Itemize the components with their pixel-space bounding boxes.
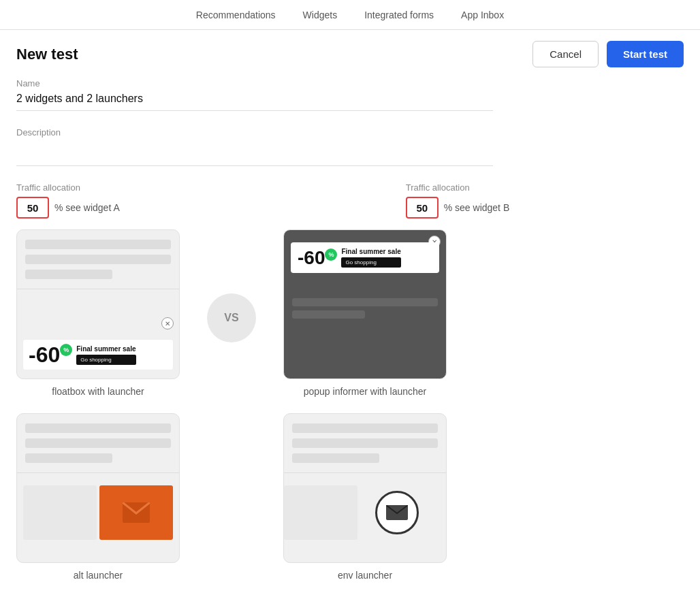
popup-title: Final summer sale xyxy=(341,248,400,255)
nav-widgets[interactable]: Widgets xyxy=(303,1,338,29)
traffic-suffix-a: % see widget A xyxy=(54,202,120,213)
popup-shop-button[interactable]: Go shopping xyxy=(341,257,400,268)
traffic-label-b: Traffic allocation xyxy=(406,182,510,193)
env-bg-bar-1 xyxy=(292,423,438,433)
description-field: Description xyxy=(16,127,684,166)
traffic-input-row-b: % see widget B xyxy=(406,197,510,219)
widget-column-left: ✕ -60 % Final summer sale Go shopping fl… xyxy=(16,229,180,586)
alt-envelope-icon xyxy=(123,502,150,523)
name-field: Name 2 widgets and 2 launchers xyxy=(16,78,684,111)
nav-app-inbox[interactable]: App Inbox xyxy=(461,1,504,29)
traffic-suffix-b: % see widget B xyxy=(444,202,510,213)
widget-card-alt-launcher[interactable]: alt launcher xyxy=(16,413,180,586)
description-label: Description xyxy=(16,127,684,138)
alt-bg-bar-1 xyxy=(25,423,171,433)
popup-bg-bar-2 xyxy=(292,310,365,319)
floatbox-close-icon[interactable]: ✕ xyxy=(161,317,174,329)
env-envelope-icon xyxy=(386,505,408,520)
alt-launcher-label: alt launcher xyxy=(16,563,180,586)
popup-informer-label: popup informer with launcher xyxy=(283,379,447,402)
popup-percent-badge: % xyxy=(325,248,337,261)
traffic-label-a: Traffic allocation xyxy=(16,182,120,193)
traffic-group-b: Traffic allocation % see widget B xyxy=(406,182,510,219)
name-value[interactable]: 2 widgets and 2 launchers xyxy=(16,93,493,111)
sale-title: Final summer sale xyxy=(76,345,136,353)
popup-modal: -60 % Final summer sale Go shopping xyxy=(291,242,439,273)
top-nav: Recommendations Widgets Integrated forms… xyxy=(0,0,700,30)
floatbox-label: floatbox with launcher xyxy=(16,379,180,402)
description-input[interactable] xyxy=(16,142,493,166)
env-bg-bar-3 xyxy=(292,453,379,463)
env-bg-bar-2 xyxy=(292,438,438,448)
bg-bar-3 xyxy=(25,270,112,279)
bg-bar-2 xyxy=(25,255,171,264)
name-label: Name xyxy=(16,78,684,88)
traffic-input-b[interactable] xyxy=(406,197,439,219)
traffic-input-row-a: % see widget A xyxy=(16,197,120,219)
env-launcher-label: env launcher xyxy=(283,563,447,586)
traffic-group-a: Traffic allocation % see widget A xyxy=(16,182,120,219)
alt-bg-bar-3 xyxy=(25,453,112,463)
traffic-allocation-row: Traffic allocation % see widget A Traffi… xyxy=(0,182,700,219)
nav-recommendations[interactable]: Recommendations xyxy=(196,1,276,29)
vs-circle: VS xyxy=(207,293,256,342)
popup-right: Final summer sale Go shopping xyxy=(341,248,400,268)
env-launcher-circle xyxy=(375,491,419,534)
sale-big-text: -60 xyxy=(29,344,60,366)
floatbox-sale-banner: -60 % Final summer sale Go shopping xyxy=(22,339,174,370)
page-header: New test Cancel Start test xyxy=(0,30,700,78)
page-title: New test xyxy=(16,46,78,63)
widget-column-right: ✕ -60 % Final summer sale Go shopping po… xyxy=(283,229,447,586)
alt-bg-bar-2 xyxy=(25,438,171,448)
sale-right: Final summer sale Go shopping xyxy=(76,345,136,365)
nav-integrated-forms[interactable]: Integrated forms xyxy=(364,1,434,29)
popup-sale-big: -60 xyxy=(298,248,325,268)
sale-percent-badge: % xyxy=(60,344,72,356)
traffic-input-a[interactable] xyxy=(16,197,49,219)
start-test-button[interactable]: Start test xyxy=(607,41,684,67)
form-section: Name 2 widgets and 2 launchers Descripti… xyxy=(0,78,700,166)
widget-card-floatbox[interactable]: ✕ -60 % Final summer sale Go shopping fl… xyxy=(16,229,180,402)
bg-bar-1 xyxy=(25,240,171,249)
header-actions: Cancel Start test xyxy=(532,41,684,67)
cancel-button[interactable]: Cancel xyxy=(532,41,599,67)
widget-card-env-launcher[interactable]: env launcher xyxy=(283,413,447,586)
widget-card-popup-informer[interactable]: ✕ -60 % Final summer sale Go shopping po… xyxy=(283,229,447,402)
sale-button[interactable]: Go shopping xyxy=(76,355,136,365)
popup-bg-bar-1 xyxy=(292,298,438,306)
